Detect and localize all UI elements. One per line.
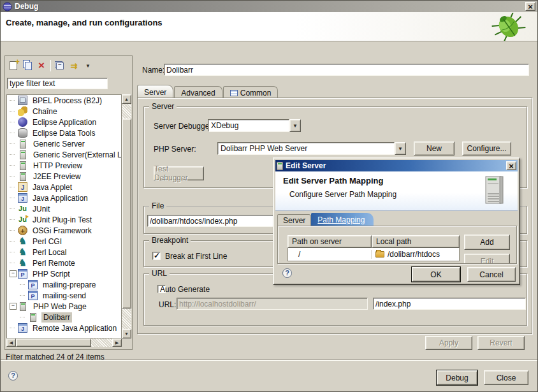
new-config-icon[interactable] <box>6 59 20 73</box>
dropdown-arrow-icon[interactable]: ▼ <box>395 142 406 155</box>
close-button[interactable]: Close <box>484 370 528 385</box>
tree-item-icon <box>18 215 27 224</box>
tree-item[interactable]: BPEL Process (B2J) <box>7 95 121 106</box>
server-debugger-select[interactable]: XDebug ▼ <box>208 119 301 132</box>
dialog-titlebar[interactable]: Edit Server <box>275 160 518 171</box>
tree-expander-icon[interactable] <box>10 270 18 277</box>
scroll-right-icon[interactable]: ▶ <box>112 338 122 347</box>
tree-item[interactable]: J2EE Preview <box>7 171 121 182</box>
break-first-line-checkbox[interactable] <box>152 252 161 260</box>
auto-generate-label: Auto Generate <box>160 285 210 294</box>
tree-expander-icon[interactable] <box>10 241 18 242</box>
scroll-left-icon[interactable]: ◀ <box>6 338 16 347</box>
tree-item[interactable]: mailing-prepare <box>7 279 121 290</box>
tree-expander-icon[interactable] <box>10 198 18 198</box>
revert-button[interactable]: Revert <box>477 336 525 350</box>
tree-horizontal-scrollbar[interactable]: ◀ ▶ <box>6 338 122 347</box>
tree-item[interactable]: Eclipse Application <box>7 117 121 127</box>
url-path-input[interactable] <box>373 298 526 310</box>
table-row[interactable]: / /dolibarr/htdocs <box>288 248 459 261</box>
url-base-input[interactable] <box>177 298 368 310</box>
edit-mapping-button[interactable]: Edit <box>464 254 510 264</box>
filter-menu-caret-icon[interactable] <box>81 59 95 73</box>
tree-expander-icon[interactable] <box>10 143 18 144</box>
tree-expander-icon[interactable] <box>10 252 18 252</box>
apply-button[interactable]: Apply <box>425 336 472 350</box>
tree-expander-icon[interactable] <box>10 263 18 263</box>
tree-item[interactable]: Java Applet <box>7 182 121 192</box>
tree-expander-icon[interactable] <box>10 328 18 328</box>
tree-expander-icon[interactable] <box>10 219 18 220</box>
tree-expander-icon[interactable] <box>10 208 18 209</box>
configure-server-button[interactable]: Configure... <box>462 142 511 156</box>
tree-expander-icon[interactable] <box>10 176 18 177</box>
tree-expander-icon[interactable] <box>10 133 18 133</box>
scroll-up-icon[interactable]: ▲ <box>122 94 131 104</box>
tree-item[interactable]: Generic Server <box>7 138 121 149</box>
dropdown-arrow-icon[interactable]: ▼ <box>289 119 301 132</box>
tree-item[interactable]: mailing-send <box>7 290 121 301</box>
tree-expander-icon[interactable] <box>10 122 18 122</box>
cancel-button[interactable]: Cancel <box>467 267 516 282</box>
tree-item[interactable]: PHP Web Page <box>7 301 121 312</box>
tree-item-icon <box>18 269 27 279</box>
new-server-button[interactable]: New <box>414 142 454 156</box>
ok-button[interactable]: OK <box>412 267 460 282</box>
tree-item[interactable]: Chaîne <box>7 106 121 117</box>
tree-item[interactable]: Java Application <box>7 192 121 203</box>
horizontal-scroll-thumb[interactable] <box>16 338 91 347</box>
config-tree: BPEL Process (B2J) Chaîne Eclipse Applic… <box>6 94 122 338</box>
scroll-down-icon[interactable]: ▼ <box>122 329 131 338</box>
duplicate-config-icon[interactable] <box>20 59 34 73</box>
tab-server[interactable]: Server <box>137 85 173 98</box>
dialog-tab-server[interactable]: Server <box>277 214 311 226</box>
tree-item[interactable]: OSGi Framework <box>7 225 121 236</box>
delete-config-icon[interactable] <box>34 59 48 73</box>
column-local-path[interactable]: Local path <box>372 235 460 248</box>
tree-item-label: Chaîne <box>31 106 59 117</box>
add-mapping-button[interactable]: Add <box>464 235 510 250</box>
help-icon[interactable] <box>8 371 18 381</box>
tree-expander-icon[interactable] <box>10 230 18 231</box>
tree-expander-icon[interactable] <box>10 111 18 112</box>
tree-expander-icon[interactable] <box>10 100 18 101</box>
test-debugger-button[interactable]: Test Debugger <box>154 166 204 180</box>
window-close-button[interactable] <box>525 2 535 11</box>
breakpoint-group-legend: Breakpoint <box>149 236 191 245</box>
tree-vertical-scrollbar[interactable]: ▲ ▼ <box>122 94 131 338</box>
tree-item[interactable]: Perl Local <box>7 247 121 258</box>
tree-item[interactable]: JUnit Plug-in Test <box>7 214 121 225</box>
tab-advanced[interactable]: Advanced <box>174 86 222 98</box>
tree-item[interactable]: Generic Server(External La <box>7 149 121 160</box>
tree-expander-icon[interactable] <box>10 154 18 155</box>
tree-expander-icon[interactable] <box>10 303 18 310</box>
tree-item[interactable]: Dolibarr <box>7 312 121 323</box>
window-titlebar[interactable]: Debug <box>1 1 537 12</box>
tree-expander-icon[interactable] <box>20 295 28 296</box>
tree-item[interactable]: JUnit <box>7 203 121 214</box>
column-path-on-server[interactable]: Path on server <box>287 235 372 248</box>
tree-expander-icon[interactable] <box>10 187 18 187</box>
tree-expander-icon[interactable] <box>20 284 28 285</box>
tree-item[interactable]: Perl Remote <box>7 258 121 268</box>
tab-common[interactable]: Common <box>223 86 279 98</box>
tree-item[interactable]: HTTP Preview <box>7 160 121 171</box>
php-server-select[interactable]: Dolibarr PHP Web Server ▼ <box>217 142 406 155</box>
collapse-all-icon[interactable] <box>53 59 67 73</box>
dialog-help-icon[interactable] <box>282 268 292 278</box>
tree-item[interactable]: Perl CGI <box>7 236 121 247</box>
tree-item[interactable]: Remote Java Application <box>7 323 121 333</box>
debug-button[interactable]: Debug <box>437 370 477 385</box>
name-input[interactable] <box>164 64 529 76</box>
tree-item[interactable]: Eclipse Data Tools <box>7 127 121 138</box>
dialog-tab-path-mapping[interactable]: Path Mapping <box>311 213 374 226</box>
tree-item[interactable]: PHP Script <box>7 268 121 279</box>
tree-item-label: Generic Server(External La <box>31 150 122 160</box>
tree-expander-icon[interactable] <box>10 165 18 166</box>
vertical-scroll-thumb[interactable] <box>122 119 131 309</box>
filter-icon[interactable] <box>67 59 81 73</box>
dialog-subheading: Configure Server Path Mapping <box>289 190 396 199</box>
tree-expander-icon[interactable] <box>20 317 28 317</box>
type-filter-input[interactable] <box>7 78 108 89</box>
dialog-close-button[interactable] <box>506 161 516 170</box>
